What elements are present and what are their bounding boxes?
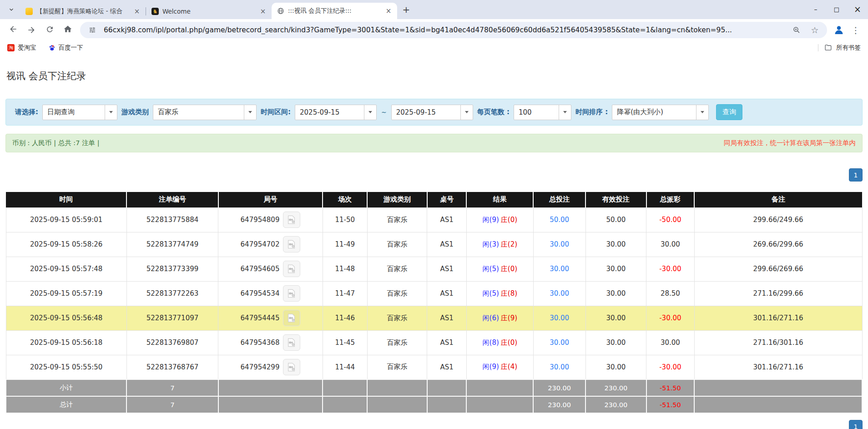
cell-note: 269.66/299.66 xyxy=(694,232,862,257)
table-row[interactable]: 2025-09-15 05:55:50 522813768767 6479542… xyxy=(6,355,862,379)
header-note: 备注 xyxy=(694,192,862,207)
date-to-select[interactable]: 2025-09-15 xyxy=(391,105,473,120)
table-row[interactable]: 2025-09-15 05:57:19 522813772263 6479545… xyxy=(6,281,862,306)
cell-total-bet: 30.00 xyxy=(533,355,585,379)
new-tab-button[interactable]: + xyxy=(400,3,413,16)
all-bookmarks-label[interactable]: 所有书签 xyxy=(836,44,861,52)
bookmark-star-icon[interactable]: ☆ xyxy=(808,23,822,37)
cell-valid-bet: 30.00 xyxy=(585,355,646,379)
time-sort-label: 时间排序 : xyxy=(575,108,608,116)
result-player: 闲(3) xyxy=(483,240,499,248)
taobao-icon: 淘 xyxy=(7,44,15,51)
cell-payout: -30.00 xyxy=(646,355,694,379)
table-row[interactable]: 2025-09-15 05:59:01 522813775884 6479548… xyxy=(6,207,862,232)
table-row[interactable]: 2025-09-15 05:56:18 522813769807 6479543… xyxy=(6,330,862,355)
bookmarks-divider xyxy=(818,44,818,51)
date-from-value: 2025-09-15 xyxy=(295,108,364,116)
video-replay-button[interactable] xyxy=(283,212,300,228)
close-tab-icon[interactable]: × xyxy=(384,7,393,15)
tab-welcome[interactable]: ♞ Welcome × xyxy=(146,4,272,19)
close-tab-icon[interactable]: × xyxy=(133,7,141,15)
game-category-select[interactable]: 百家乐 xyxy=(153,105,257,120)
tab-title: 【新提醒】海燕策略论坛 - 综合 xyxy=(36,7,129,15)
cell-time: 2025-09-15 05:55:50 xyxy=(6,355,126,379)
forward-arrow-icon xyxy=(27,25,36,35)
table-header-row: 时间 注单编号 局号 场次 游戏类别 桌号 结果 总投注 有效投注 总派彩 备注 xyxy=(6,192,862,207)
cell-table-no: AS1 xyxy=(427,232,467,257)
video-replay-button[interactable] xyxy=(283,359,300,375)
pagination-top: 1 xyxy=(5,168,863,182)
page-1-button[interactable]: 1 xyxy=(849,168,863,182)
home-button[interactable] xyxy=(59,21,76,39)
cell-round: 647954809 xyxy=(218,207,323,232)
cell-time: 2025-09-15 05:59:01 xyxy=(6,207,126,232)
header-total-bet: 总投注 xyxy=(533,192,585,207)
cell-time: 2025-09-15 05:57:48 xyxy=(6,257,126,281)
video-replay-button[interactable] xyxy=(283,310,300,326)
cell-bet-id: 522813775884 xyxy=(126,207,218,232)
cell-table-no: AS1 xyxy=(427,306,467,330)
result-banker: 庄(2) xyxy=(501,240,517,248)
maximize-button[interactable]: □ xyxy=(826,0,847,18)
game-category-value: 百家乐 xyxy=(153,108,244,116)
search-button[interactable]: 查询 xyxy=(716,104,742,120)
video-replay-button[interactable] xyxy=(283,236,300,252)
total-count: 7 xyxy=(126,396,218,413)
site-info-icon[interactable] xyxy=(86,23,99,37)
cell-session: 11-46 xyxy=(323,306,367,330)
profile-avatar[interactable] xyxy=(831,22,847,38)
cell-table-no: AS1 xyxy=(427,207,467,232)
cell-time: 2025-09-15 05:58:26 xyxy=(6,232,126,257)
cell-note: 271.16/301.16 xyxy=(694,330,862,355)
cell-round: 647954445 xyxy=(218,306,323,330)
cell-result: 闲(5)庄(0) xyxy=(466,257,533,281)
globe-icon xyxy=(277,7,284,15)
date-from-select[interactable]: 2025-09-15 xyxy=(295,105,377,120)
query-type-select[interactable]: 日期查询 xyxy=(42,105,117,120)
per-page-select[interactable]: 100 xyxy=(514,105,571,120)
cell-bet-id: 522813768767 xyxy=(126,355,218,379)
minimize-button[interactable]: – xyxy=(805,0,826,18)
back-button[interactable] xyxy=(5,21,22,39)
tab-search-button[interactable] xyxy=(5,3,18,17)
url-input[interactable]: 66cxkj98.com/ipl/portal.php/game/betreco… xyxy=(104,26,785,34)
close-window-button[interactable]: × xyxy=(847,0,868,18)
bookmark-taobao[interactable]: 淘 爱淘宝 xyxy=(7,44,36,52)
tab-title: :::视讯 会员下注纪录::: xyxy=(288,7,381,15)
cell-payout: -30.00 xyxy=(646,257,694,281)
reload-button[interactable] xyxy=(41,21,58,39)
video-replay-icon xyxy=(287,264,297,274)
window-controls: – □ × xyxy=(805,0,868,18)
address-bar[interactable]: 66cxkj98.com/ipl/portal.php/game/betreco… xyxy=(80,22,827,38)
bookmark-label: 爱淘宝 xyxy=(18,44,36,52)
total-valid-bet: 230.00 xyxy=(585,396,646,413)
per-page-value: 100 xyxy=(514,108,559,116)
tab-haiyan-forum[interactable]: 【新提醒】海燕策略论坛 - 综合 × xyxy=(20,4,146,19)
haiyan-favicon-icon xyxy=(25,8,33,15)
chevron-down-icon xyxy=(696,105,708,120)
cell-note: 301.16/271.16 xyxy=(694,355,862,379)
cell-payout: 30.00 xyxy=(646,330,694,355)
table-row[interactable]: 2025-09-15 05:58:26 522813774749 6479547… xyxy=(6,232,862,257)
browser-menu-icon[interactable]: ⋮ xyxy=(848,22,863,38)
video-replay-button[interactable] xyxy=(283,285,300,302)
video-replay-button[interactable] xyxy=(283,334,300,351)
cell-game: 百家乐 xyxy=(367,306,427,330)
query-type-value: 日期查询 xyxy=(43,108,105,116)
bookmark-baidu[interactable]: 百度一下 xyxy=(48,44,83,52)
select-type-label: 请选择: xyxy=(15,108,38,116)
forward-button[interactable] xyxy=(23,21,40,39)
table-row[interactable]: 2025-09-15 05:57:48 522813773399 6479546… xyxy=(6,257,862,281)
subtotal-payout: -51.50 xyxy=(646,379,694,396)
time-sort-select[interactable]: 降幂(由大到小) xyxy=(612,105,709,120)
close-tab-icon[interactable]: × xyxy=(259,7,267,15)
video-replay-button[interactable] xyxy=(283,261,300,277)
cell-payout: 30.00 xyxy=(646,232,694,257)
date-range-label: 时间区间: xyxy=(261,108,291,116)
table-row[interactable]: 2025-09-15 05:56:48 522813771097 6479544… xyxy=(6,306,862,330)
chevron-down-icon xyxy=(559,105,571,120)
tab-betrecord-active[interactable]: :::视讯 会员下注纪录::: × xyxy=(272,3,397,19)
result-banker: 庄(4) xyxy=(501,363,517,371)
zoom-page-icon[interactable] xyxy=(790,23,803,37)
page-1-button[interactable]: 1 xyxy=(849,420,863,429)
